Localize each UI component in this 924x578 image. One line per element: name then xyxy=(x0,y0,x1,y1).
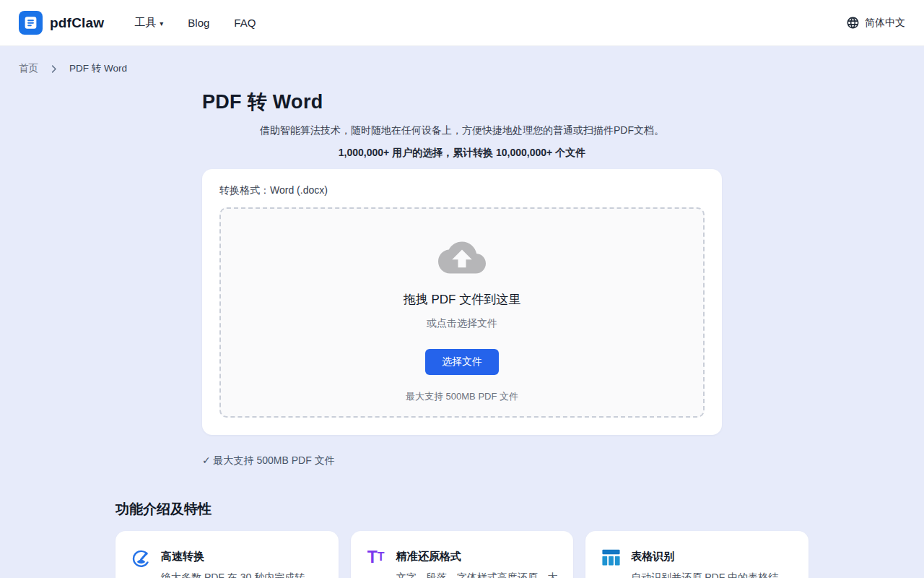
size-support-note: ✓ 最大支持 500MB PDF 文件 xyxy=(202,454,722,467)
feature-title: 高速转换 xyxy=(161,548,324,564)
header: pdfClaw 工具 ▾ Blog FAQ 简体中文 xyxy=(0,0,924,46)
hero-stats: 1,000,000+ 用户的选择，累计转换 10,000,000+ 个文件 xyxy=(202,147,722,160)
cloud-upload-icon xyxy=(438,239,486,274)
main-nav: 工具 ▾ Blog FAQ xyxy=(134,16,256,30)
feature-description: 绝大多数 PDF 在 30 秒内完成转换，即传即转，无需排队等待。 xyxy=(161,569,324,578)
text-format-icon: TT xyxy=(365,548,387,566)
file-dropzone[interactable]: 拖拽 PDF 文件到这里 或点击选择文件 选择文件 最大支持 500MB PDF… xyxy=(219,207,705,418)
language-label: 简体中文 xyxy=(865,17,905,30)
nav-faq[interactable]: FAQ xyxy=(234,17,256,29)
dropzone-drag-text: 拖拽 PDF 文件到这里 xyxy=(404,291,520,308)
chevron-right-icon xyxy=(48,64,59,74)
nav-tools[interactable]: 工具 ▾ xyxy=(134,16,163,30)
nav-blog[interactable]: Blog xyxy=(188,17,209,29)
feature-title: 表格识别 xyxy=(631,548,794,564)
feature-title: 精准还原格式 xyxy=(396,548,559,564)
brand[interactable]: pdfClaw xyxy=(19,11,104,35)
breadcrumb-current: PDF 转 Word xyxy=(69,62,127,75)
features-section: 功能介绍及特性 高速转换 绝大多数 PDF 在 30 秒内完成转换，即传即转，无… xyxy=(116,500,808,578)
upload-card: 转换格式：Word (.docx) 拖拽 PDF 文件到这里 或点击选择文件 选… xyxy=(202,169,722,435)
speed-gauge-icon xyxy=(130,548,152,569)
language-selector[interactable]: 简体中文 xyxy=(846,16,905,30)
nav-faq-label: FAQ xyxy=(234,17,256,29)
chevron-down-icon: ▾ xyxy=(160,20,163,27)
breadcrumb-home-link[interactable]: 首页 xyxy=(19,62,38,75)
nav-tools-label: 工具 xyxy=(134,16,156,30)
feature-card-body: 高速转换 绝大多数 PDF 在 30 秒内完成转换，即传即转，无需排队等待。 xyxy=(161,548,324,578)
nav-blog-label: Blog xyxy=(188,17,209,29)
features-heading: 功能介绍及特性 xyxy=(116,500,808,519)
feature-description: 自动识别并还原 PDF 中的表格结构，行列数据清晰对应。 xyxy=(631,569,794,578)
feature-card-format: TT 精准还原格式 文字、段落、字体样式高度还原，大幅减少转换后的手动调整。 xyxy=(351,531,574,578)
page-title: PDF 转 Word xyxy=(202,89,722,115)
breadcrumb: 首页 PDF 转 Word xyxy=(0,46,924,75)
table-icon xyxy=(600,548,622,567)
feature-card-body: 精准还原格式 文字、段落、字体样式高度还原，大幅减少转换后的手动调整。 xyxy=(396,548,559,578)
pdfclaw-logo-icon xyxy=(19,11,43,35)
choose-file-button[interactable]: 选择文件 xyxy=(425,349,499,375)
feature-description: 文字、段落、字体样式高度还原，大幅减少转换后的手动调整。 xyxy=(396,569,559,578)
feature-card-table: 表格识别 自动识别并还原 PDF 中的表格结构，行列数据清晰对应。 xyxy=(585,531,808,578)
dropzone-or-text: 或点击选择文件 xyxy=(427,317,497,330)
format-label: 转换格式：Word (.docx) xyxy=(219,184,705,197)
feature-card-body: 表格识别 自动识别并还原 PDF 中的表格结构，行列数据清晰对应。 xyxy=(631,548,794,578)
feature-cards-row: 高速转换 绝大多数 PDF 在 30 秒内完成转换，即传即转，无需排队等待。 T… xyxy=(116,531,808,578)
dropzone-size-hint: 最大支持 500MB PDF 文件 xyxy=(406,390,518,403)
globe-icon xyxy=(846,16,860,30)
main-column: PDF 转 Word 借助智能算法技术，随时随地在任何设备上，方便快捷地处理您的… xyxy=(202,89,722,467)
feature-card-speed: 高速转换 绝大多数 PDF 在 30 秒内完成转换，即传即转，无需排队等待。 xyxy=(116,531,339,578)
brand-name: pdfClaw xyxy=(50,15,104,31)
hero-subtitle: 借助智能算法技术，随时随地在任何设备上，方便快捷地处理您的普通或扫描件PDF文档… xyxy=(202,124,722,137)
